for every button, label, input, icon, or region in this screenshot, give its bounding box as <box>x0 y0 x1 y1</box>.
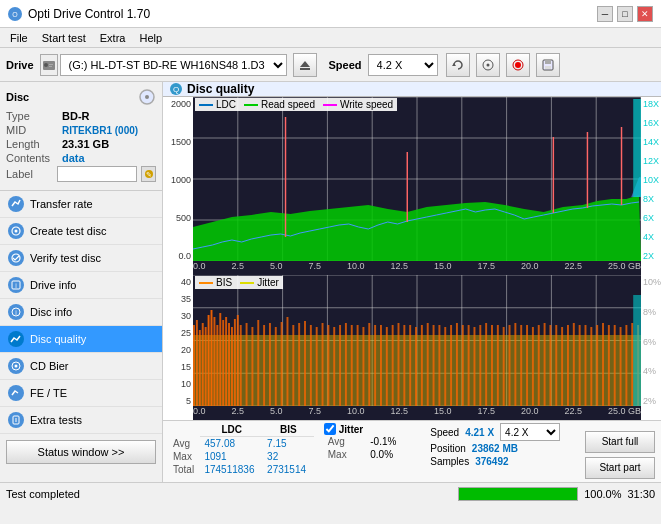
svg-rect-107 <box>351 325 353 406</box>
sidebar-item-disc-quality[interactable]: Disc quality <box>0 326 162 353</box>
menu-start-test[interactable]: Start test <box>36 31 92 45</box>
menu-help[interactable]: Help <box>133 31 168 45</box>
svg-rect-145 <box>573 323 575 406</box>
label-button[interactable]: ✎ <box>141 166 156 182</box>
speed-select[interactable]: 4.2 X <box>368 54 438 76</box>
disc-contents-row: Contents data <box>6 152 156 164</box>
svg-rect-154 <box>625 325 627 406</box>
minimize-button[interactable]: ─ <box>597 6 613 22</box>
jitter-checkbox[interactable] <box>324 423 336 435</box>
ldc-header: LDC <box>200 423 263 437</box>
sidebar-item-extra-tests[interactable]: Extra tests <box>0 407 162 434</box>
sidebar-menu: Transfer rate Create test disc Verify te… <box>0 191 162 434</box>
svg-rect-103 <box>327 325 329 406</box>
write-speed-legend-color <box>323 104 337 106</box>
drive-info-icon: i <box>8 277 24 293</box>
top-chart-legend: LDC Read speed Write speed <box>195 98 397 111</box>
sidebar-item-transfer-rate[interactable]: Transfer rate <box>0 191 162 218</box>
mid-label: MID <box>6 124 58 136</box>
menu-extra[interactable]: Extra <box>94 31 132 45</box>
drive-select[interactable]: (G:) HL-DT-ST BD-RE WH16NS48 1.D3 <box>60 54 287 76</box>
jitter-max-label: Max <box>324 448 367 461</box>
svg-rect-125 <box>456 323 458 406</box>
action-buttons: Start full Start part <box>585 423 655 482</box>
length-value: 23.31 GB <box>62 138 109 150</box>
svg-point-28 <box>15 365 18 368</box>
read-speed-legend-color <box>244 104 258 106</box>
svg-rect-126 <box>462 325 464 406</box>
svg-rect-116 <box>403 325 405 406</box>
sidebar-item-cd-bier[interactable]: CD Bier <box>0 353 162 380</box>
sidebar-item-fe-te[interactable]: FE / TE <box>0 380 162 407</box>
svg-rect-97 <box>292 325 294 406</box>
maximize-button[interactable]: □ <box>617 6 633 22</box>
write-speed-legend-label: Write speed <box>340 99 393 110</box>
svg-rect-147 <box>585 325 587 406</box>
sidebar-item-verify-test-disc[interactable]: Verify test disc <box>0 245 162 272</box>
progress-label: 100.0% <box>584 488 621 500</box>
svg-rect-110 <box>368 323 370 406</box>
write-button[interactable] <box>506 53 530 77</box>
close-button[interactable]: ✕ <box>637 6 653 22</box>
svg-rect-112 <box>380 325 382 406</box>
title-bar-left: O Opti Drive Control 1.70 <box>8 7 150 21</box>
svg-rect-105 <box>339 325 341 406</box>
svg-rect-85 <box>231 327 233 406</box>
svg-rect-157 <box>633 295 641 406</box>
label-label: Label <box>6 168 53 180</box>
svg-rect-137 <box>526 325 528 406</box>
eject-button[interactable] <box>293 53 317 77</box>
svg-rect-106 <box>345 323 347 406</box>
sidebar-item-disc-info[interactable]: i Disc info <box>0 299 162 326</box>
create-test-disc-label: Create test disc <box>30 225 106 237</box>
svg-rect-109 <box>362 327 364 406</box>
jitter-avg-label: Avg <box>324 435 367 448</box>
disc-section: Disc Type BD-R MID RITEKBR1 (000) Length… <box>0 82 162 191</box>
refresh-button[interactable] <box>446 53 470 77</box>
x-50: 5.0 <box>270 261 283 271</box>
max-bis: 32 <box>263 450 314 463</box>
position-row: Position 23862 MB <box>430 443 575 454</box>
svg-rect-128 <box>473 327 475 406</box>
save-button[interactable] <box>536 53 560 77</box>
svg-rect-118 <box>415 327 417 406</box>
menu-file[interactable]: File <box>4 31 34 45</box>
position-label: Position <box>430 443 466 454</box>
svg-rect-138 <box>532 327 534 406</box>
svg-rect-152 <box>614 325 616 406</box>
start-full-button[interactable]: Start full <box>585 431 655 453</box>
svg-point-3 <box>44 63 48 67</box>
jitter-legend-color <box>240 282 254 284</box>
speed-select2[interactable]: 4.2 X <box>500 423 560 441</box>
create-test-disc-icon <box>8 223 24 239</box>
disc-title: Disc <box>6 91 29 103</box>
bottom-y-axis-left: 40 35 30 25 20 15 10 5 <box>163 275 193 420</box>
jitter-table: Avg -0.1% Max 0.0% <box>324 435 421 461</box>
disc-mid-row: MID RITEKBR1 (000) <box>6 124 156 136</box>
sidebar-item-drive-info[interactable]: i Drive info <box>0 272 162 299</box>
sidebar-item-create-test-disc[interactable]: Create test disc <box>0 218 162 245</box>
max-label: Max <box>169 450 200 463</box>
bottom-x-axis: 0.0 2.5 5.0 7.5 10.0 12.5 15.0 17.5 20.0… <box>193 406 641 416</box>
svg-rect-93 <box>269 323 271 406</box>
label-input[interactable] <box>57 166 137 182</box>
start-part-button[interactable]: Start part <box>585 457 655 479</box>
svg-rect-155 <box>631 323 633 406</box>
svg-rect-121 <box>433 325 435 406</box>
svg-rect-81 <box>219 313 221 406</box>
svg-marker-6 <box>300 61 310 67</box>
svg-rect-127 <box>468 325 470 406</box>
status-text: Test completed <box>6 488 452 500</box>
svg-rect-83 <box>225 317 227 406</box>
status-bar: Test completed 100.0% 31:30 <box>0 482 661 504</box>
svg-rect-72 <box>193 325 195 406</box>
status-window-button[interactable]: Status window >> <box>6 440 156 464</box>
svg-rect-136 <box>520 325 522 406</box>
disc-button[interactable] <box>476 53 500 77</box>
svg-text:Q: Q <box>173 85 179 94</box>
svg-marker-8 <box>452 63 456 66</box>
y-label-1000: 1000 <box>171 175 191 185</box>
svg-rect-142 <box>555 325 557 406</box>
disc-quality-icon <box>8 331 24 347</box>
total-bis: 2731514 <box>263 463 314 476</box>
